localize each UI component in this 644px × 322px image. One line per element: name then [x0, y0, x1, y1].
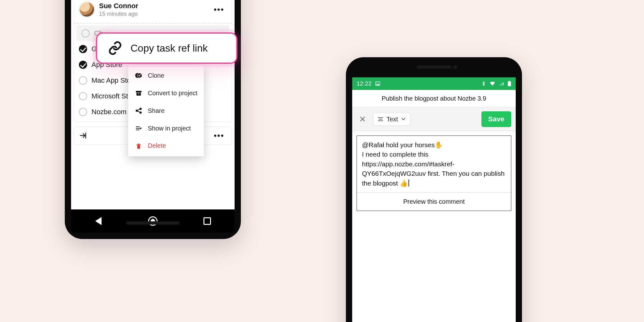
format-select-label: Text: [386, 116, 398, 123]
link-icon: [108, 41, 122, 55]
svg-rect-4: [136, 93, 141, 96]
menu-item-clone[interactable]: Clone: [128, 67, 204, 84]
menu-label: Delete: [148, 142, 166, 149]
share-icon: [135, 107, 143, 114]
comment-editor[interactable]: @Rafał hold your horses✋ I need to compl…: [357, 136, 511, 211]
checkbox[interactable]: [79, 76, 87, 85]
checkbox[interactable]: [79, 45, 87, 53]
menu-item-convert[interactable]: Convert to project: [128, 84, 204, 102]
bluetooth-icon: [481, 81, 486, 86]
signal-icon: [499, 81, 504, 86]
card-header: Sue Connor 15 minutes ago •••: [74, 0, 232, 22]
svg-rect-11: [508, 81, 511, 86]
text-align-icon: [378, 117, 383, 122]
svg-rect-3: [136, 91, 142, 92]
page-title: Publish the blogpost about Nozbe 3.9: [382, 95, 486, 102]
checkbox[interactable]: [79, 61, 87, 69]
checkbox[interactable]: [79, 108, 87, 116]
comment-text: @Rafał hold your horses✋ I need to compl…: [362, 141, 507, 187]
android-navbar: [71, 209, 235, 233]
more-icon[interactable]: •••: [211, 2, 227, 17]
text-caret: [408, 180, 409, 186]
app-title-bar: Publish the blogpost about Nozbe 3.9: [352, 90, 516, 108]
author-name: Sue Connor: [99, 2, 207, 10]
wifi-icon: [489, 81, 496, 86]
menu-label: Convert to project: [148, 90, 197, 97]
menu-label: Show in project: [148, 125, 191, 132]
checkbox[interactable]: [79, 92, 87, 100]
trash-icon: [135, 142, 143, 149]
copy-task-ref-callout[interactable]: Copy task ref link: [96, 32, 237, 64]
collapse-icon[interactable]: [79, 131, 87, 140]
image-icon: [375, 81, 380, 86]
save-button[interactable]: Save: [481, 111, 511, 127]
menu-item-show-in-project[interactable]: Show in project: [128, 119, 204, 137]
callout-label: Copy task ref link: [130, 42, 208, 54]
goto-icon: [135, 125, 143, 132]
chevron-down-icon: [401, 118, 406, 121]
svg-point-10: [376, 83, 377, 84]
menu-label: Share: [148, 107, 164, 114]
compose-toolbar: ✕ Text Save: [352, 108, 516, 131]
divider: [74, 23, 232, 24]
checkbox[interactable]: [81, 29, 90, 37]
menu-item-delete[interactable]: Delete: [128, 137, 204, 154]
status-bar: 12:22: [352, 77, 516, 90]
archive-icon: [135, 89, 143, 97]
screen-right: 12:22 Publish the blogpost abo: [352, 77, 516, 322]
more-icon[interactable]: •••: [211, 128, 227, 143]
phone-speaker: [126, 221, 180, 225]
context-menu: Clone Convert to project Share Show in p…: [128, 65, 204, 156]
status-time: 12:22: [357, 80, 372, 87]
clone-icon: [135, 72, 143, 79]
svg-rect-5: [138, 93, 139, 94]
nav-back-icon[interactable]: [94, 216, 103, 226]
phone-speaker: [417, 65, 451, 69]
svg-rect-12: [509, 81, 510, 81]
phone-right: 12:22 Publish the blogpost abo: [346, 57, 522, 322]
nav-recent-icon[interactable]: [203, 216, 212, 226]
close-icon[interactable]: ✕: [357, 113, 369, 125]
format-select[interactable]: Text: [373, 113, 410, 126]
phone-camera: [453, 65, 457, 69]
checklist-label: Nozbe.com: [92, 108, 126, 116]
battery-icon: [508, 81, 511, 86]
preview-comment-link[interactable]: Preview this comment: [357, 192, 511, 211]
timestamp: 15 minutes ago: [99, 11, 207, 17]
menu-label: Clone: [148, 72, 164, 79]
avatar: [79, 2, 95, 17]
menu-item-share[interactable]: Share: [128, 102, 204, 119]
